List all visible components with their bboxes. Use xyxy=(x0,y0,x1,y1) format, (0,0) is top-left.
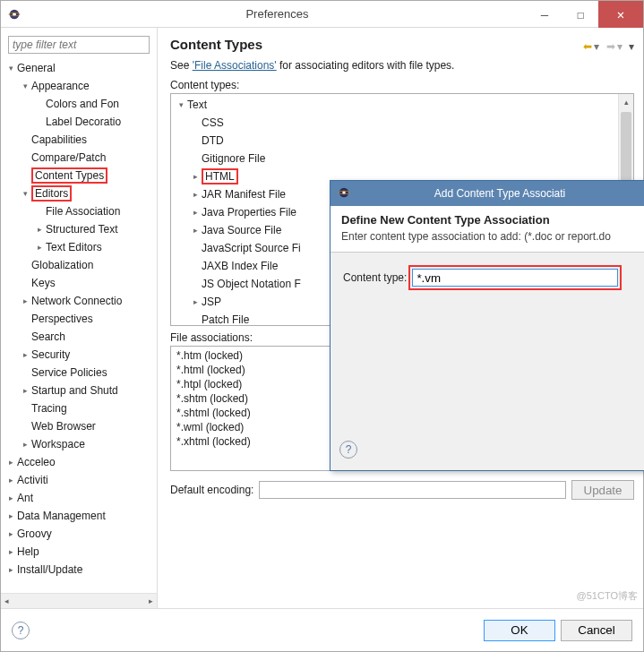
chevron-right-icon[interactable]: ▸ xyxy=(21,350,30,360)
encoding-label: Default encoding: xyxy=(170,484,253,496)
bottom-bar: ? OK Cancel xyxy=(1,608,643,651)
tree-item[interactable]: File Association xyxy=(1,202,157,220)
tree-item[interactable]: Compare/Patch xyxy=(1,149,157,167)
chevron-right-icon[interactable]: ▸ xyxy=(191,190,201,200)
dialog-heading: Define New Content Type Association xyxy=(341,213,640,227)
tree-item-label: Acceleo xyxy=(17,456,56,468)
help-icon[interactable]: ? xyxy=(12,622,30,639)
encoding-input[interactable] xyxy=(259,481,566,499)
tree-item-label: Compare/Patch xyxy=(31,151,106,164)
tree-item[interactable]: Globalization xyxy=(1,256,157,274)
tree-item[interactable]: ▸Activiti xyxy=(1,471,157,489)
chevron-right-icon[interactable]: ▸ xyxy=(21,386,30,396)
chevron-right-icon[interactable]: ▸ xyxy=(6,476,16,485)
spacer-icon xyxy=(191,136,201,146)
tree-item[interactable]: ▸Install/Update xyxy=(1,561,157,579)
tree-item[interactable]: CSS xyxy=(173,114,631,132)
tree-item[interactable]: ▸Data Management xyxy=(1,507,157,525)
minimize-button[interactable]: — xyxy=(527,1,562,28)
tree-item[interactable]: ▸Ant xyxy=(1,489,157,507)
tree-item[interactable]: ▾Text xyxy=(173,96,631,114)
chevron-right-icon[interactable]: ▸ xyxy=(6,547,16,557)
spacer-icon xyxy=(191,262,201,271)
cancel-button[interactable]: Cancel xyxy=(561,620,632,641)
category-tree[interactable]: ▾General▾AppearanceColors and FonLabel D… xyxy=(1,57,157,593)
tree-item[interactable]: Capabilities xyxy=(1,131,157,149)
chevron-down-icon[interactable]: ▾ xyxy=(176,100,186,110)
tree-item[interactable]: ▾General xyxy=(1,59,157,77)
tree-item[interactable]: Service Policies xyxy=(1,364,157,382)
forward-icon[interactable]: ➡ xyxy=(606,40,615,53)
file-associations-link[interactable]: 'File Associations' xyxy=(193,59,277,72)
tree-item[interactable]: ▸Security xyxy=(1,346,157,364)
tree-item[interactable]: ▸Startup and Shutd xyxy=(1,382,157,399)
menu-icon[interactable]: ▾ xyxy=(629,40,634,53)
tree-item[interactable]: Gitignore File xyxy=(173,150,631,167)
tree-item-label: Service Policies xyxy=(31,366,107,379)
ok-button[interactable]: OK xyxy=(484,620,555,641)
chevron-right-icon[interactable]: ▸ xyxy=(35,243,45,253)
chevron-right-icon[interactable]: ▸ xyxy=(35,225,45,235)
tree-item[interactable]: ▾Editors xyxy=(1,184,157,202)
tree-item[interactable]: ▾Appearance xyxy=(1,77,157,95)
chevron-right-icon[interactable]: ▸ xyxy=(191,226,201,236)
tree-item[interactable]: Search xyxy=(1,328,157,346)
tree-item[interactable]: ▸Text Editors xyxy=(1,238,157,256)
tree-item-label: Gitignore File xyxy=(202,152,265,165)
dialog-help-icon[interactable]: ? xyxy=(339,441,357,459)
chevron-down-icon[interactable]: ▾ xyxy=(6,64,16,73)
tree-item[interactable]: ▸Network Connectio xyxy=(1,292,157,310)
left-pane: ▾General▾AppearanceColors and FonLabel D… xyxy=(1,28,158,608)
spacer-icon xyxy=(35,117,45,127)
tree-item[interactable]: Perspectives xyxy=(1,310,157,328)
tree-item-label: HTML xyxy=(202,168,238,184)
chevron-right-icon[interactable]: ▸ xyxy=(6,493,16,503)
chevron-right-icon[interactable]: ▸ xyxy=(191,297,201,307)
tree-item-label: Appearance xyxy=(31,80,90,92)
app-icon xyxy=(1,8,28,21)
tree-item-label: Install/Update xyxy=(17,563,82,576)
tree-item[interactable]: Tracing xyxy=(1,399,157,417)
tree-item-label: Network Connectio xyxy=(31,295,122,307)
chevron-down-icon[interactable]: ▾ xyxy=(21,189,30,199)
close-button[interactable]: ✕ xyxy=(598,1,643,28)
tree-item[interactable]: Keys xyxy=(1,274,157,292)
tree-item-label: File Association xyxy=(46,205,120,218)
content-type-label: Content type: xyxy=(343,271,407,284)
tree-item[interactable]: Label Decoratio xyxy=(1,113,157,131)
dialog-header: Define New Content Type Association Ente… xyxy=(331,206,644,253)
tree-item[interactable]: ▸Help xyxy=(1,543,157,561)
chevron-right-icon[interactable]: ▸ xyxy=(21,440,30,450)
spacer-icon xyxy=(35,99,45,109)
tree-item[interactable]: Colors and Fon xyxy=(1,95,157,113)
chevron-right-icon[interactable]: ▸ xyxy=(191,208,201,218)
chevron-right-icon[interactable]: ▸ xyxy=(6,529,16,539)
tree-item[interactable]: ▸Acceleo xyxy=(1,453,157,471)
chevron-right-icon[interactable]: ▸ xyxy=(6,458,16,468)
chevron-right-icon[interactable]: ▸ xyxy=(6,511,16,521)
tree-item-label: Content Types xyxy=(31,167,107,184)
spacer-icon xyxy=(21,135,30,145)
tree-item-label: Groovy xyxy=(17,528,52,540)
tree-item[interactable]: ▸Workspace xyxy=(1,435,157,453)
spacer-icon xyxy=(21,404,30,414)
window-title: Preferences xyxy=(28,7,527,21)
tree-item[interactable]: Web Browser xyxy=(1,417,157,435)
tree-item[interactable]: Content Types xyxy=(1,167,157,184)
spacer-icon xyxy=(21,422,30,432)
chevron-right-icon[interactable]: ▸ xyxy=(21,296,30,306)
maximize-button[interactable]: ☐ xyxy=(562,1,598,28)
chevron-right-icon[interactable]: ▸ xyxy=(191,172,201,182)
update-button[interactable]: Update xyxy=(571,480,634,500)
preferences-window: Preferences — ☐ ✕ ▾General▾AppearanceCol… xyxy=(0,0,644,652)
tree-item[interactable]: ▸Groovy xyxy=(1,525,157,543)
tree-item-label: Help xyxy=(17,545,39,558)
tree-item[interactable]: ▸Structured Text xyxy=(1,220,157,238)
back-icon[interactable]: ⬅ xyxy=(583,40,592,53)
h-scrollbar[interactable]: ◂▸ xyxy=(1,593,157,608)
filter-input[interactable] xyxy=(8,36,150,54)
tree-item[interactable]: DTD xyxy=(173,132,631,150)
chevron-down-icon[interactable]: ▾ xyxy=(21,82,30,91)
content-type-input[interactable] xyxy=(412,269,618,287)
chevron-right-icon[interactable]: ▸ xyxy=(6,565,16,575)
